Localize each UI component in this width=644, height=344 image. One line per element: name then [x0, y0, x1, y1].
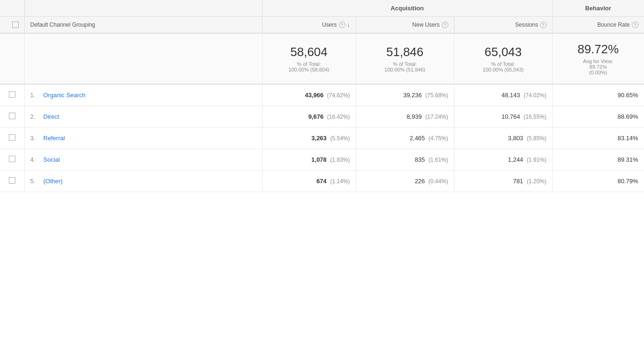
- row-num-2: 3.: [30, 135, 40, 142]
- channel-link-0[interactable]: Organic Search: [44, 92, 86, 99]
- channel-link-3[interactable]: Social: [44, 156, 60, 163]
- th-empty-channel: [24, 0, 262, 17]
- row-new-users-main-0: 39,236: [403, 92, 422, 99]
- users-help-icon[interactable]: ?: [339, 22, 345, 28]
- row-users-cell-0: 43,966 (74.62%): [262, 84, 356, 106]
- totals-channel-cell: [24, 33, 262, 84]
- totals-sessions-value: 65,043: [460, 45, 547, 59]
- row-users-main-3: 1,078: [311, 156, 327, 163]
- bounce-rate-label: Bounce Rate: [597, 22, 629, 28]
- table-row: 2. Direct 9,676 (16.42%) 8,939 (17.24%) …: [0, 106, 644, 128]
- row-num-0: 1.: [30, 92, 40, 99]
- row-checkbox-4[interactable]: [9, 177, 15, 184]
- row-sessions-pct-2: (5.85%): [527, 135, 546, 142]
- row-new-users-main-3: 835: [415, 156, 425, 163]
- th-bounce-rate[interactable]: Bounce Rate ?: [552, 17, 644, 34]
- row-check-0[interactable]: [0, 84, 24, 106]
- new-users-help-icon[interactable]: ?: [442, 22, 448, 28]
- row-new-users-pct-2: (4.75%): [428, 135, 448, 142]
- channel-link-1[interactable]: Direct: [44, 113, 59, 120]
- th-users[interactable]: Users ? ↓: [262, 17, 356, 34]
- totals-bounce-pct: 89.72%: [589, 64, 607, 70]
- row-sessions-pct-1: (16.55%): [524, 114, 547, 120]
- header-checkbox[interactable]: [12, 22, 19, 28]
- row-sessions-main-0: 48,143: [501, 92, 520, 99]
- row-bounce-cell-2: 83.14%: [552, 128, 644, 149]
- row-new-users-pct-3: (1.61%): [428, 157, 448, 163]
- behavior-group-header: Behavior: [552, 0, 644, 17]
- row-num-3: 4.: [30, 156, 40, 163]
- row-users-cell-2: 3,263 (5.54%): [262, 128, 356, 149]
- th-checkbox[interactable]: [0, 17, 24, 34]
- row-sessions-cell-2: 3,803 (5.85%): [454, 128, 552, 149]
- row-check-3[interactable]: [0, 149, 24, 171]
- totals-new-users-sub-label: % of Total:: [393, 61, 417, 67]
- row-sessions-pct-3: (1.91%): [527, 157, 546, 163]
- users-label: Users: [322, 22, 337, 28]
- row-checkbox-2[interactable]: [9, 134, 15, 141]
- row-new-users-main-1: 8,939: [407, 113, 422, 120]
- totals-bounce-value: 89.72%: [558, 42, 638, 57]
- totals-sessions-cell: 65,043 % of Total: 100.00% (65,043): [454, 33, 552, 84]
- totals-new-users-pct: 100.00% (51,846): [384, 67, 425, 72]
- row-channel-cell-1: 2. Direct: [24, 106, 262, 128]
- row-new-users-cell-2: 2,465 (4.75%): [356, 128, 454, 149]
- new-users-label: New Users: [412, 22, 440, 28]
- th-sessions[interactable]: Sessions ?: [454, 17, 552, 34]
- row-num-4: 5.: [30, 178, 40, 185]
- row-new-users-pct-4: (0.44%): [428, 178, 448, 185]
- row-check-1[interactable]: [0, 106, 24, 128]
- analytics-table: Acquisition Behavior Default Channel Gro…: [0, 0, 644, 192]
- channel-link-4[interactable]: (Other): [44, 178, 63, 185]
- row-users-main-0: 43,966: [305, 92, 323, 99]
- totals-bounce-cell: 89.72% Avg for View: 89.72% (0.00%): [552, 33, 644, 84]
- row-users-main-2: 3,263: [311, 135, 327, 142]
- row-checkbox-0[interactable]: [9, 91, 15, 98]
- row-sessions-pct-0: (74.02%): [524, 92, 547, 99]
- row-users-main-1: 9,676: [308, 113, 324, 120]
- row-channel-cell-3: 4. Social: [24, 149, 262, 171]
- row-bounce-1: 88.69%: [617, 113, 638, 120]
- row-check-4[interactable]: [0, 171, 24, 192]
- row-users-cell-4: 674 (1.14%): [262, 171, 356, 192]
- row-new-users-pct-1: (17.24%): [425, 114, 448, 120]
- totals-users-pct: 100.00% (58,604): [288, 67, 329, 72]
- acquisition-label: Acquisition: [391, 5, 424, 12]
- row-users-main-4: 674: [316, 178, 327, 185]
- row-bounce-4: 80.79%: [617, 178, 638, 185]
- totals-bounce-sub: Avg for View: 89.72% (0.00%): [558, 58, 638, 75]
- row-sessions-cell-4: 781 (1.20%): [454, 171, 552, 192]
- row-sessions-cell-0: 48,143 (74.02%): [454, 84, 552, 106]
- behavior-label: Behavior: [585, 5, 611, 12]
- totals-sessions-sub: % of Total: 100.00% (65,043): [460, 61, 547, 72]
- users-sort-arrow[interactable]: ↓: [347, 22, 350, 28]
- totals-bounce-extra: (0.00%): [589, 70, 607, 75]
- totals-users-value: 58,604: [268, 45, 350, 59]
- totals-sessions-sub-label: % of Total:: [491, 61, 515, 67]
- th-channel: Default Channel Grouping: [24, 17, 262, 34]
- sessions-help-icon[interactable]: ?: [540, 22, 547, 28]
- row-new-users-cell-3: 835 (1.61%): [356, 149, 454, 171]
- channel-link-2[interactable]: Referral: [44, 135, 65, 142]
- table-row: 4. Social 1,078 (1.83%) 835 (1.61%) 1,24…: [0, 149, 644, 171]
- row-bounce-cell-4: 80.79%: [552, 171, 644, 192]
- totals-row: 58,604 % of Total: 100.00% (58,604) 51,8…: [0, 33, 644, 84]
- row-sessions-main-4: 781: [513, 178, 523, 185]
- bounce-rate-help-icon[interactable]: ?: [632, 22, 638, 28]
- row-checkbox-3[interactable]: [9, 156, 15, 162]
- row-sessions-cell-1: 10,764 (16.55%): [454, 106, 552, 128]
- row-channel-cell-0: 1. Organic Search: [24, 84, 262, 106]
- row-users-pct-1: (16.42%): [327, 114, 350, 120]
- acquisition-group-header: Acquisition: [262, 0, 552, 17]
- row-users-pct-4: (1.14%): [330, 178, 350, 185]
- row-checkbox-1[interactable]: [9, 113, 15, 119]
- row-bounce-cell-0: 90.65%: [552, 84, 644, 106]
- th-new-users[interactable]: New Users ?: [356, 17, 454, 34]
- row-sessions-main-2: 3,803: [508, 135, 523, 142]
- row-check-2[interactable]: [0, 128, 24, 149]
- row-new-users-main-2: 2,465: [410, 135, 425, 142]
- row-users-cell-3: 1,078 (1.83%): [262, 149, 356, 171]
- row-sessions-pct-4: (1.20%): [527, 178, 546, 185]
- row-bounce-cell-1: 88.69%: [552, 106, 644, 128]
- row-sessions-main-3: 1,244: [508, 156, 523, 163]
